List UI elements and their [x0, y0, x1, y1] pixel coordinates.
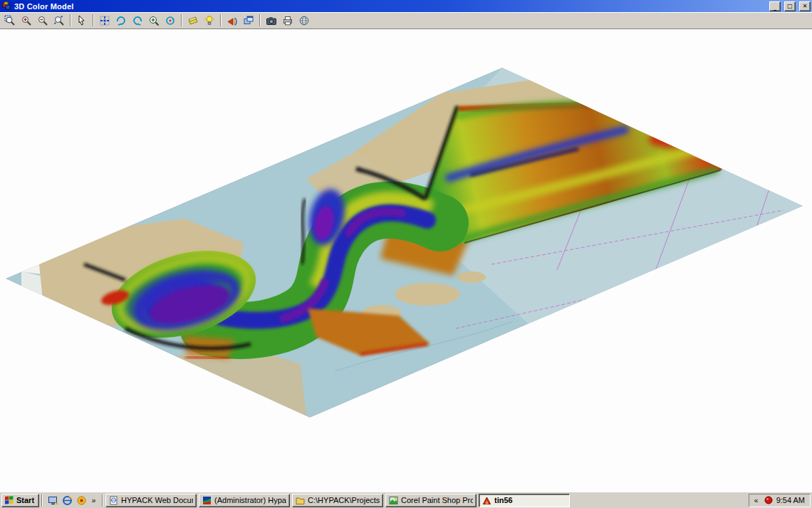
- model-viewport[interactable]: [0, 29, 812, 492]
- tin-model-icon: [482, 496, 491, 505]
- task-button-hypack-project[interactable]: C:\HYPACK\Projects\Del...: [292, 494, 383, 507]
- lighting-button[interactable]: [202, 13, 217, 28]
- task-button-tin56[interactable]: tin56: [479, 494, 570, 507]
- close-button[interactable]: ✕: [799, 1, 811, 11]
- rotate-vertical-button[interactable]: [130, 13, 145, 28]
- folder-icon: [296, 496, 305, 505]
- task-label: HYPACK Web Document...: [121, 496, 193, 504]
- snapshot-icon: [266, 15, 277, 26]
- print-button[interactable]: [280, 13, 296, 28]
- windows-flag-icon: [4, 495, 14, 505]
- task-button-paint-shop[interactable]: Corel Paint Shop Pro Phot...: [385, 494, 477, 507]
- magnify-icon: [148, 15, 160, 26]
- select-arrow-button[interactable]: [74, 13, 90, 28]
- task-label: tin56: [494, 496, 566, 504]
- task-label: Corel Paint Shop Pro Phot...: [401, 496, 473, 504]
- globe-button[interactable]: [296, 13, 312, 28]
- select-arrow-icon: [76, 15, 88, 26]
- system-tray: « 9:54 AM: [749, 494, 811, 507]
- cascade-windows-button[interactable]: [241, 13, 256, 28]
- web-document-icon: [109, 496, 118, 505]
- rotate-horizontal-button[interactable]: [113, 13, 129, 28]
- tin-3d-scene[interactable]: [0, 29, 812, 492]
- eraser-button[interactable]: [185, 13, 201, 28]
- media-button[interactable]: [75, 494, 88, 507]
- app-window: 3D Color Model _ □ ✕: [0, 0, 812, 508]
- internet-explorer-button[interactable]: [61, 494, 73, 507]
- show-desktop-icon: [48, 495, 58, 506]
- task-button-hypack-web[interactable]: HYPACK Web Document...: [105, 494, 197, 507]
- zoom-in-button[interactable]: [19, 13, 34, 28]
- rotate-vertical-icon: [132, 15, 143, 26]
- fit-to-view-icon: [99, 15, 110, 26]
- taskbar-clock[interactable]: 9:54 AM: [776, 496, 805, 504]
- toolbar-separator: [181, 14, 182, 26]
- eraser-icon: [187, 15, 199, 26]
- toolbar: [0, 12, 812, 29]
- horn-button[interactable]: [224, 13, 240, 28]
- zoom-extents-icon: [53, 15, 65, 26]
- maximize-button[interactable]: □: [784, 1, 796, 11]
- snapshot-button[interactable]: [264, 13, 279, 28]
- zoom-out-button[interactable]: [35, 13, 51, 28]
- task-label: C:\HYPACK\Projects\Del...: [308, 496, 380, 504]
- tray-collapse-chevron[interactable]: «: [752, 497, 761, 504]
- start-label: Start: [16, 496, 34, 504]
- spin-icon: [165, 15, 176, 26]
- zoom-out-icon: [37, 15, 48, 26]
- quick-launch-overflow-chevron[interactable]: »: [89, 494, 98, 507]
- zoom-window-button[interactable]: [2, 13, 18, 28]
- cascade-windows-icon: [243, 15, 254, 26]
- fit-to-view-button[interactable]: [97, 13, 113, 28]
- start-button[interactable]: Start: [1, 494, 39, 507]
- minimize-button[interactable]: _: [769, 1, 781, 11]
- lighting-icon: [204, 15, 215, 26]
- horn-icon: [227, 15, 238, 26]
- show-desktop-button[interactable]: [46, 494, 59, 507]
- zoom-extents-button[interactable]: [51, 13, 67, 28]
- print-icon: [282, 15, 293, 26]
- zoom-window-icon: [4, 15, 16, 26]
- toolbar-separator: [220, 14, 222, 26]
- toolbar-separator: [259, 14, 261, 26]
- globe-icon: [298, 15, 310, 26]
- internet-explorer-icon: [62, 495, 73, 506]
- paint-shop-icon: [389, 496, 398, 505]
- magnify-button[interactable]: [146, 13, 162, 28]
- taskbar-separator: [41, 494, 43, 507]
- media-icon: [76, 495, 87, 506]
- app-icon: [2, 1, 11, 11]
- tray-status-icon[interactable]: [764, 496, 773, 504]
- task-button-hypack-admin[interactable]: (Administrator) Hypack -...: [199, 494, 290, 507]
- task-label: (Administrator) Hypack -...: [214, 496, 286, 504]
- toolbar-separator: [93, 14, 94, 26]
- rotate-horizontal-icon: [115, 15, 127, 26]
- title-bar[interactable]: 3D Color Model _ □ ✕: [0, 0, 812, 12]
- zoom-in-icon: [21, 15, 32, 26]
- quick-launch: »: [45, 494, 100, 507]
- window-title: 3D Color Model: [14, 2, 766, 11]
- hypack-icon: [202, 496, 212, 505]
- spin-button[interactable]: [162, 13, 178, 28]
- taskbar: Start: [0, 492, 812, 508]
- taskbar-separator: [102, 494, 103, 507]
- toolbar-separator: [70, 14, 71, 26]
